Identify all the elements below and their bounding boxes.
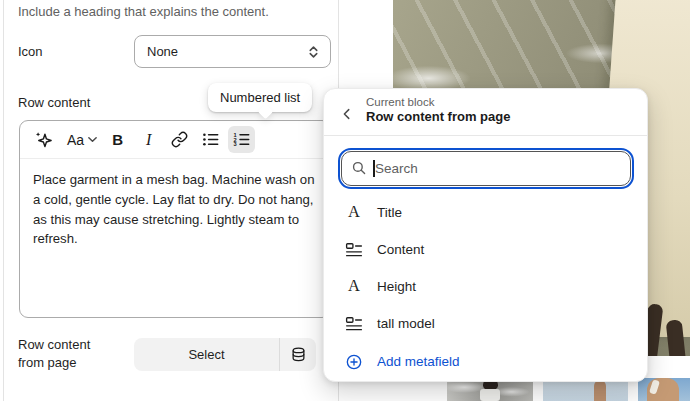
popup-title: Row content from page: [366, 109, 510, 124]
chevron-down-icon: [87, 134, 98, 145]
numbered-list-icon: 123: [232, 130, 251, 149]
select-button-label[interactable]: Select: [134, 338, 279, 371]
editor-content[interactable]: Place garment in a mesh bag. Machine was…: [20, 159, 330, 260]
rich-text-icon: [344, 315, 364, 333]
dynamic-source-button[interactable]: [280, 338, 316, 371]
metafield-option-tall-model[interactable]: tall model: [324, 305, 647, 342]
add-metafield-button[interactable]: Add metafield: [324, 343, 647, 380]
block-settings-panel: Include a heading that explains the cont…: [3, 0, 339, 401]
plus-circle-icon: [344, 353, 364, 371]
link-icon: [171, 131, 188, 148]
search-field-wrap: [341, 151, 631, 186]
heading-helper-text: Include a heading that explains the cont…: [18, 4, 328, 19]
svg-text:3: 3: [234, 141, 237, 147]
metafield-option-height[interactable]: A Height: [324, 268, 647, 305]
row-content-label: Row content: [18, 95, 90, 110]
theme-editor-screen: Include a heading that explains the cont…: [0, 0, 690, 401]
rich-text-icon: [344, 241, 364, 259]
popup-header: Current block Row content from page: [324, 89, 647, 136]
magic-sparkle-button[interactable]: [30, 126, 57, 153]
metafield-picker-popup: Current block Row content from page A Ti…: [323, 88, 648, 382]
bullet-list-icon: [201, 130, 220, 149]
editor-toolbar: Aa B I: [20, 121, 330, 159]
select-resource-button[interactable]: Select: [134, 338, 316, 371]
bullet-list-button[interactable]: [197, 126, 224, 153]
icon-select[interactable]: None: [134, 35, 331, 68]
preview-thumbnail-photo: [638, 378, 690, 401]
bold-icon: B: [112, 131, 123, 148]
popup-header-texts: Current block Row content from page: [366, 96, 510, 124]
search-input[interactable]: [341, 151, 631, 186]
popup-breadcrumb: Current block: [366, 96, 510, 108]
italic-icon: I: [146, 131, 151, 149]
icon-select-value: None: [147, 44, 307, 59]
back-button[interactable]: [336, 103, 358, 125]
numbered-list-tooltip: Numbered list: [208, 83, 312, 112]
format-label: Aa: [67, 132, 84, 148]
numbered-list-button[interactable]: 123: [228, 126, 255, 153]
model-silhouette: [594, 380, 606, 401]
single-line-text-icon: A: [344, 278, 364, 295]
metafield-option-content[interactable]: Content: [324, 231, 647, 268]
database-icon: [290, 346, 307, 363]
single-line-text-icon: A: [344, 204, 364, 221]
italic-button[interactable]: I: [135, 126, 162, 153]
row-content-from-page-label: Row content from page: [18, 336, 110, 372]
rich-text-editor: Aa B I: [19, 120, 331, 318]
icon-field-label: Icon: [18, 44, 43, 59]
select-updown-icon: [307, 44, 320, 60]
link-button[interactable]: [166, 126, 193, 153]
bold-button[interactable]: B: [104, 126, 131, 153]
metafield-options-list: A Title Content A Height: [324, 194, 647, 380]
chevron-left-icon: [340, 107, 354, 121]
model-torso: [480, 389, 500, 401]
text-format-dropdown[interactable]: Aa: [61, 126, 100, 153]
metafield-option-title[interactable]: A Title: [324, 194, 647, 231]
